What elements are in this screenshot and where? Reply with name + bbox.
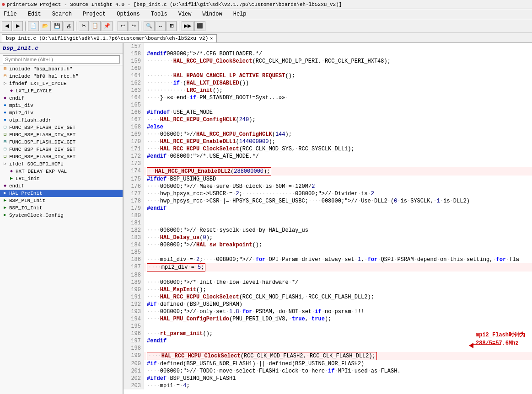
line-number: 200: [124, 360, 144, 367]
tree-item[interactable]: ⊟FUNC_BSP_FLASH_DIV_GET: [0, 146, 123, 153]
toolbar-cut[interactable]: ✂: [79, 21, 89, 31]
line-number: 180: [124, 212, 144, 219]
toolbar-back[interactable]: ◀: [2, 21, 12, 31]
toolbar-save[interactable]: 💾: [52, 21, 63, 31]
toolbar-copy[interactable]: 📋: [90, 21, 101, 31]
toolbar-search[interactable]: 🔍: [144, 21, 155, 31]
toolbar-undo[interactable]: ↩: [118, 21, 128, 31]
toolbar-redo[interactable]: ↪: [129, 21, 139, 31]
tree-item[interactable]: ▷ifndef LXT_LP_CYCLE: [0, 80, 123, 87]
code-line: 157: [124, 43, 532, 50]
menu-bar: File Edit Search Project Options Tools V…: [0, 9, 532, 19]
tree-item[interactable]: ⊟FUNC_BSP_FLASH_DIV_GET: [0, 124, 123, 131]
tree-item-label: endif: [9, 96, 24, 101]
define-icon: ◆: [2, 95, 8, 101]
menu-help[interactable]: Help: [231, 11, 248, 18]
arrow-line: [473, 344, 501, 345]
tree-item[interactable]: ⊟FUNC_BSP_FLASH_DIV_GET: [0, 138, 123, 146]
code-line: 201····008000;">//·TODO:·move·select·FLA…: [124, 367, 532, 375]
code-editor[interactable]: 157158#endif008000;">/*.CFG_BOOTLOADER.*…: [124, 43, 532, 394]
tree-item-label: FUNC_BSP_FLASH_DIV_SET: [9, 154, 75, 160]
code-line: 178····hwp_hpsys_rcc->CSR·|=·HPSYS_RCC_C…: [124, 197, 532, 205]
tree-item[interactable]: ◆endif: [0, 182, 123, 190]
tree-item-label: BSP_IO_Init: [9, 205, 43, 211]
expand-icon: ▷: [2, 161, 8, 167]
line-number: 157: [124, 43, 144, 50]
code-line: 172#endif·008000;">/*.USE_ATE_MODE.*/: [124, 153, 532, 160]
line-content: ····008000;">//·only·set·1.8·for·PSRAM,·…: [144, 308, 532, 315]
toolbar-forward[interactable]: ▶: [13, 21, 23, 31]
line-content: #endif·008000;">/*.USE_ATE_MODE.*/: [144, 153, 532, 160]
menu-search[interactable]: Search: [50, 11, 74, 18]
code-line: 181: [124, 219, 532, 227]
tree-item-label: mpi2_div: [9, 110, 33, 116]
tree-item[interactable]: ▶BSP_IO_Init: [0, 204, 123, 212]
tree-item[interactable]: ●otp_flash_addr: [0, 117, 123, 124]
var-icon: ●: [2, 102, 8, 109]
line-content: [144, 212, 532, 219]
line-number: 159: [124, 58, 144, 65]
menu-tools[interactable]: Tools: [149, 11, 169, 18]
toolbar-new[interactable]: 📄: [28, 21, 39, 31]
line-content: ····mpi1_div·=·2;····008000;">//·for·OPI…: [144, 256, 532, 263]
toolbar-print[interactable]: 🖨: [64, 21, 74, 31]
menu-file[interactable]: File: [2, 11, 19, 18]
line-content: ············LRC_init();: [144, 87, 532, 94]
toolbar-jump[interactable]: ⊞: [167, 21, 177, 31]
toolbar-paste[interactable]: 📌: [102, 21, 113, 31]
line-number: 201: [124, 367, 144, 375]
tree-item[interactable]: ⊟FUNC_BSP_FLASH_DIV_SET: [0, 131, 123, 138]
toolbar-build[interactable]: ▶▶: [182, 21, 193, 31]
line-content: #ifndef·USE_ATE_MODE: [144, 109, 532, 116]
code-line: 160: [124, 65, 532, 72]
tree-item[interactable]: ◆HXT_DELAY_EXP_VAL: [0, 168, 123, 175]
include-icon: ⊞: [2, 66, 8, 72]
file-tab[interactable]: bsp_init.c (D:\sifli\git\sdk\v2.1.7p6\cu…: [2, 34, 217, 43]
tree-item[interactable]: ●mpi2_div: [0, 109, 123, 117]
tree-item[interactable]: ⊞include "bsp_board.h": [0, 65, 123, 73]
tree-item[interactable]: ▶BSP_PIN_Init: [0, 197, 123, 204]
tab-close-icon[interactable]: ✕: [210, 36, 213, 41]
code-line: 184····008000;">//HAL_sw_breakpoint();: [124, 241, 532, 249]
symbol-search-area: [0, 54, 123, 65]
toolbar-sep-1: [25, 21, 26, 31]
tree-item-label: HXT_DELAY_EXP_VAL: [16, 169, 67, 174]
line-number: 181: [124, 219, 144, 227]
line-number: 173: [124, 160, 144, 167]
code-line: 199····HAL_RCC_HCPU_ClockSelect(RCC_CLK_…: [124, 352, 532, 360]
func-setter-icon: ⊟: [2, 132, 8, 138]
menu-options[interactable]: Options: [115, 11, 141, 18]
tree-item[interactable]: ●mpi1_div: [0, 102, 123, 109]
tree-item-label: BSP_PIN_Init: [9, 198, 45, 203]
code-line: 191····HAL_RCC_HCPU_ClockSelect(RCC_CLK_…: [124, 293, 532, 301]
menu-project[interactable]: Project: [81, 11, 107, 18]
line-content: #if·defined(BSP_USING_NOR_FLASH1)·||·def…: [144, 360, 532, 367]
tree-item[interactable]: ▶LRC_init: [0, 175, 123, 182]
toolbar-stop[interactable]: ⬛: [194, 21, 205, 31]
tree-item-label: otp_flash_addr: [9, 117, 51, 123]
tree-item[interactable]: ◆endif: [0, 95, 123, 102]
toolbar-replace[interactable]: ↔: [156, 21, 166, 31]
toolbar-open[interactable]: 📂: [40, 21, 51, 31]
code-line: 177····hwp_hpsys_rcc->USBCR·=·2;········…: [124, 190, 532, 197]
symbol-search-input[interactable]: [3, 55, 120, 64]
menu-window[interactable]: Window: [201, 11, 224, 18]
line-content: #endif008000;">/*.CFG_BOOTLOADER.*/: [144, 50, 532, 58]
line-content: [144, 65, 532, 72]
line-number: 185: [124, 249, 144, 256]
tree-item[interactable]: ▷ifdef SOC_BF0_HCPU: [0, 160, 123, 168]
tree-item[interactable]: ◆LXT_LP_CYCLE: [0, 87, 123, 95]
tree-item[interactable]: ⊟FUNC_BSP_FLASH_DIV_SET: [0, 153, 123, 160]
tree-item-label: HAL_PreInit: [9, 191, 43, 196]
tree-item[interactable]: ▶SystemClock_Config: [0, 212, 123, 219]
tree-item[interactable]: ▶HAL_PreInit: [0, 190, 123, 197]
menu-edit[interactable]: Edit: [26, 11, 43, 18]
code-line: 200#if·defined(BSP_USING_NOR_FLASH1)·||·…: [124, 360, 532, 367]
tree-item[interactable]: ⊞include "bf0_hal_rtc.h": [0, 73, 123, 80]
line-number: 169: [124, 131, 144, 138]
tree-item-label: include "bsp_board.h": [9, 66, 73, 72]
tree-item-label: ifdef SOC_BF0_HCPU: [9, 161, 64, 167]
tab-label: bsp_init.c (D:\sifli\git\sdk\v2.1.7p6\cu…: [6, 36, 208, 41]
line-content: ····HAL_RCC_HCPU_ClockSelect(RCC_CLK_MOD…: [144, 293, 532, 301]
menu-view[interactable]: View: [177, 11, 193, 18]
